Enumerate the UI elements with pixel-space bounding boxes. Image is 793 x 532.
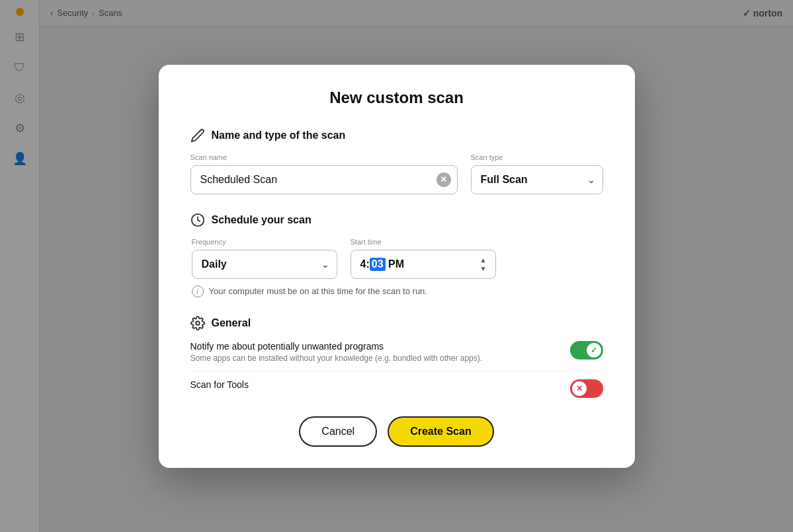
scan-name-field: Scan name ✕ xyxy=(190,153,458,194)
scan-tools-toggle-row: Scan for Tools ✕ xyxy=(190,379,603,398)
start-time-input-wrapper: 4:03 PM ▲ ▼ xyxy=(351,250,496,279)
general-header: General xyxy=(190,316,603,330)
frequency-field: Frequency Daily Weekly Monthly ⌄ xyxy=(192,238,337,279)
schedule-info-row: i Your computer must be on at this time … xyxy=(192,285,603,297)
scan-type-field: Scan type Full Scan Quick Scan Custom Sc… xyxy=(471,153,603,194)
scan-name-label: Scan name xyxy=(190,153,458,161)
modal-title: New custom scan xyxy=(190,89,603,107)
start-time-display[interactable]: 4:03 PM xyxy=(351,250,496,279)
notify-toggle-knob: ✓ xyxy=(587,343,601,358)
name-type-title: Name and type of the scan xyxy=(212,130,346,141)
scan-type-label: Scan type xyxy=(471,153,603,161)
modal-footer: Cancel Create Scan xyxy=(190,416,603,447)
scan-type-select[interactable]: Full Scan Quick Scan Custom Scan xyxy=(471,165,603,194)
general-section: General Notify me about potentially unwa… xyxy=(190,316,603,398)
schedule-row: Frequency Daily Weekly Monthly ⌄ Start t… xyxy=(192,238,603,279)
notify-toggle[interactable]: ✓ xyxy=(570,341,603,360)
scan-tools-toggle-x: ✕ xyxy=(576,384,583,393)
pencil-icon xyxy=(190,128,205,143)
scan-type-select-wrapper: Full Scan Quick Scan Custom Scan ⌄ xyxy=(471,165,603,194)
time-period: PM xyxy=(388,258,404,270)
scan-tools-toggle[interactable]: ✕ xyxy=(570,379,603,398)
info-icon: i xyxy=(192,285,204,297)
time-down-button[interactable]: ▼ xyxy=(478,264,489,272)
schedule-title: Schedule your scan xyxy=(212,214,312,226)
create-scan-button[interactable]: Create Scan xyxy=(388,416,494,447)
schedule-section: Schedule your scan Frequency Daily Weekl… xyxy=(190,213,603,297)
frequency-select-wrapper: Daily Weekly Monthly ⌄ xyxy=(192,250,337,279)
notify-toggle-check: ✓ xyxy=(591,346,597,355)
clear-scan-name-button[interactable]: ✕ xyxy=(437,172,451,187)
time-arrows: ▲ ▼ xyxy=(478,256,489,272)
schedule-header: Schedule your scan xyxy=(190,213,603,227)
scan-name-input[interactable] xyxy=(190,165,458,194)
name-type-section: Name and type of the scan Scan name ✕ Sc… xyxy=(190,128,603,194)
time-minutes: 03 xyxy=(370,258,386,271)
time-hour: 4: xyxy=(360,258,370,270)
notify-label-group: Notify me about potentially unwanted pro… xyxy=(190,341,570,363)
scan-tools-toggle-knob: ✕ xyxy=(572,381,587,396)
gear-icon xyxy=(190,316,205,330)
schedule-info-text: Your computer must be on at this time fo… xyxy=(209,286,427,296)
scan-tools-label: Scan for Tools xyxy=(190,379,570,390)
scan-name-input-wrapper: ✕ xyxy=(190,165,458,194)
time-up-button[interactable]: ▲ xyxy=(478,256,489,264)
notify-toggle-row: Notify me about potentially unwanted pro… xyxy=(190,341,603,363)
frequency-label: Frequency xyxy=(192,238,337,246)
general-title: General xyxy=(212,317,251,329)
notify-sublabel: Some apps can be installed without your … xyxy=(190,354,570,363)
scan-tools-label-group: Scan for Tools xyxy=(190,379,570,390)
modal-dialog: New custom scan Name and type of the sca… xyxy=(159,65,635,468)
general-divider xyxy=(190,371,603,371)
clock-icon xyxy=(190,213,205,227)
name-type-header: Name and type of the scan xyxy=(190,128,603,143)
modal-overlay: New custom scan Name and type of the sca… xyxy=(0,0,793,532)
frequency-select[interactable]: Daily Weekly Monthly xyxy=(192,250,337,279)
svg-point-1 xyxy=(196,321,200,325)
scan-name-row: Scan name ✕ Scan type Full Scan Quick Sc… xyxy=(190,153,603,194)
notify-label: Notify me about potentially unwanted pro… xyxy=(190,341,570,352)
cancel-button[interactable]: Cancel xyxy=(299,416,377,447)
start-time-field: Start time 4:03 PM ▲ ▼ xyxy=(351,238,496,279)
start-time-label: Start time xyxy=(351,238,496,246)
